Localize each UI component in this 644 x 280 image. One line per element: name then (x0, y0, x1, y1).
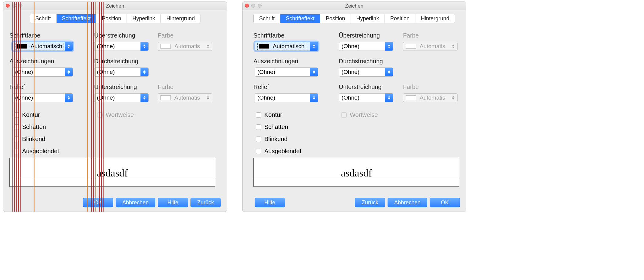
help-button[interactable]: Hilfe (255, 198, 285, 207)
label-underline-color: Farbe (158, 84, 173, 91)
combo-value: Automatisch (31, 43, 62, 50)
checkbox-icon (341, 112, 347, 118)
chevron-updown-icon (65, 42, 73, 51)
checkbox-label: Wortweise (106, 111, 134, 118)
tab-schrifteffekt[interactable]: Schrifteffekt (57, 14, 97, 23)
combo-value: (Ohne) (342, 43, 359, 50)
combo-overline[interactable]: (Ohne) (339, 42, 393, 51)
label-overline-color: Farbe (403, 32, 419, 39)
color-swatch (259, 44, 269, 49)
checkbox-label: Ausgeblendet (22, 148, 59, 155)
checkbox-outline[interactable]: Kontur (256, 111, 282, 118)
cancel-button[interactable]: Abbrechen (116, 198, 155, 207)
checkbox-icon (97, 112, 103, 118)
traffic-lights (245, 4, 262, 8)
checkbox-label: Ausgeblendet (264, 148, 301, 155)
combo-value: (Ohne) (342, 69, 359, 75)
label-underline-color: Farbe (403, 84, 419, 91)
tab-hintergrund[interactable]: Hintergrund (415, 14, 455, 23)
preview-area: asdasdf (9, 158, 215, 187)
checkbox-shadow[interactable]: Schatten (256, 124, 288, 130)
tab-hintergrund[interactable]: Hintergrund (161, 14, 200, 23)
label-overline-color: Farbe (158, 32, 173, 39)
zoom-icon[interactable] (258, 4, 262, 8)
chevron-updown-icon (385, 68, 393, 76)
label-strike: Durchstreichung (339, 58, 383, 65)
reset-button[interactable]: Zurück (190, 198, 221, 207)
ok-button[interactable]: OK (430, 198, 460, 207)
combo-relief[interactable]: (Ohne) (12, 93, 73, 102)
label-emphasis: Auszeichnungen (253, 58, 298, 65)
checkbox-label: Blinkend (264, 136, 288, 143)
color-swatch (160, 44, 171, 49)
overlay-guide-line (34, 2, 35, 212)
combo-value: (Ohne) (342, 94, 359, 101)
overlay-guide-line (91, 2, 92, 212)
combo-fontcolor[interactable]: Automatisch (255, 42, 318, 51)
preview-text: asdasdf (254, 167, 459, 179)
close-icon[interactable] (6, 4, 10, 8)
tab-schrifteffekt[interactable]: Schrifteffekt (280, 14, 320, 23)
chevron-updown-icon (65, 68, 73, 76)
overlay-guide-line (20, 2, 21, 212)
overlay-guide-line (14, 2, 15, 212)
close-icon[interactable] (245, 4, 249, 8)
help-button[interactable]: Hilfe (158, 198, 188, 207)
combo-emphasis[interactable]: (Ohne) (255, 68, 318, 77)
reset-button[interactable]: Zurück (355, 198, 385, 207)
color-swatch (406, 44, 416, 49)
combo-strike[interactable]: (Ohne) (339, 68, 393, 77)
minimize-icon[interactable] (251, 4, 255, 8)
tab-position[interactable]: Position (320, 14, 351, 23)
chevron-updown-icon (65, 94, 73, 102)
content: Schriftfarbe Automatisch Auszeichnungen … (3, 23, 227, 208)
combo-value: Automatis (174, 94, 200, 101)
label-fontcolor: Schriftfarbe (253, 32, 284, 39)
combo-underline-color: Automatis (403, 93, 457, 102)
chevron-updown-icon (204, 94, 212, 102)
overlay-guide-line (95, 2, 96, 212)
overlay-guide-line (103, 2, 104, 212)
tab-schrift[interactable]: Schrift (254, 14, 280, 23)
checkbox-label: Kontur (264, 111, 282, 118)
checkbox-hidden[interactable]: Ausgeblendet (256, 148, 301, 155)
tab-hyperlink[interactable]: Hyperlink (351, 14, 385, 23)
tab-hyperlink[interactable]: Hyperlink (127, 14, 161, 23)
overlay-guide-line (101, 2, 102, 212)
combo-emphasis[interactable]: (Ohne) (12, 68, 73, 77)
dialog-right: Zeichen Schrift Schrifteffekt Position H… (242, 2, 466, 212)
cancel-button[interactable]: Abbrechen (388, 198, 427, 207)
combo-value: Automatis (420, 43, 445, 50)
checkbox-icon (256, 112, 261, 118)
combo-underline[interactable]: (Ohne) (94, 93, 149, 102)
overlay-guide-line (93, 2, 94, 212)
combo-overline[interactable]: (Ohne) (94, 42, 149, 51)
chevron-updown-icon (140, 42, 148, 51)
chevron-updown-icon (310, 68, 318, 76)
overlay-guide-line (18, 2, 19, 212)
combo-relief[interactable]: (Ohne) (255, 93, 318, 102)
color-swatch (406, 95, 416, 100)
overlay-guide-line (99, 2, 100, 212)
chevron-updown-icon (385, 42, 393, 51)
combo-value: Automatis (174, 43, 200, 50)
combo-strike[interactable]: (Ohne) (94, 68, 149, 77)
combo-overline-color: Automatis (403, 42, 457, 51)
tab-position-2[interactable]: Position (385, 14, 415, 23)
preview-area: asdasdf (253, 158, 459, 187)
combo-value: (Ohne) (257, 69, 275, 75)
checkbox-blinking[interactable]: Blinkend (256, 136, 288, 143)
checkbox-wordonly: Wortweise (341, 111, 378, 118)
tab-strip: Schrift Schrifteffekt Position Hyperlink… (3, 10, 227, 23)
overlay-guide-line (12, 2, 13, 212)
combo-underline[interactable]: (Ohne) (339, 93, 393, 102)
combo-value: Automatis (420, 94, 445, 101)
label-underline: Unterstreichung (339, 84, 381, 91)
checkbox-label: Schatten (264, 124, 288, 130)
checkbox-icon (256, 149, 261, 154)
chevron-updown-icon (204, 42, 212, 51)
checkbox-icon (256, 124, 261, 130)
combo-fontcolor[interactable]: Automatisch (12, 42, 73, 51)
combo-value: Automatisch (273, 43, 305, 50)
preview-text: asdasdf (10, 167, 215, 179)
